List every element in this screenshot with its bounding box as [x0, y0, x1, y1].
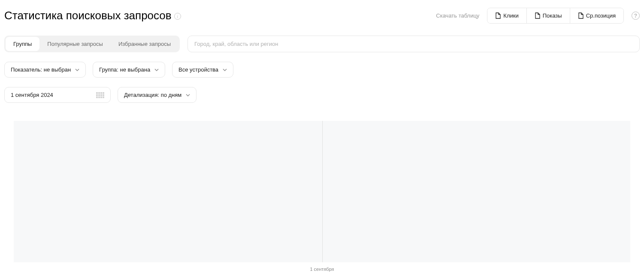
- chevron-down-icon: [223, 68, 227, 72]
- header-actions: Скачать таблицу Клики Показы: [436, 8, 640, 24]
- metric-select[interactable]: Показатель: не выбран: [4, 62, 86, 78]
- tab-popular[interactable]: Популярные запросы: [39, 37, 111, 51]
- calendar-icon: [96, 92, 104, 98]
- header-row: Статистика поисковых запросов i Скачать …: [4, 0, 640, 24]
- tab-groups[interactable]: Группы: [6, 37, 39, 51]
- chevron-down-icon: [186, 93, 190, 97]
- document-icon: [495, 12, 501, 19]
- title-wrap: Статистика поисковых запросов i: [4, 9, 181, 22]
- date-picker[interactable]: 1 сентября 2024: [4, 87, 111, 103]
- export-impressions-button[interactable]: Показы: [526, 8, 570, 23]
- detail-select-label: Детализация: по дням: [124, 92, 181, 98]
- detail-select[interactable]: Детализация: по дням: [118, 87, 197, 103]
- controls-row: Показатель: не выбран Группа: не выбрана…: [4, 62, 640, 78]
- export-clicks-label: Клики: [503, 12, 518, 19]
- document-icon: [578, 12, 584, 19]
- document-icon: [535, 12, 540, 19]
- export-avgposition-label: Ср.позиция: [586, 12, 616, 19]
- chart-area: 1 сентября: [4, 121, 640, 272]
- group-select[interactable]: Группа: не выбрана: [93, 62, 165, 78]
- date-picker-value: 1 сентября 2024: [11, 92, 53, 98]
- device-select-label: Все устройства: [178, 66, 218, 73]
- date-row: 1 сентября 2024 Детализация: по дням: [4, 87, 640, 103]
- chevron-down-icon: [154, 68, 159, 72]
- export-avgposition-button[interactable]: Ср.позиция: [570, 8, 623, 23]
- chart-body: [14, 121, 630, 262]
- info-icon[interactable]: i: [174, 13, 181, 20]
- export-button-group: Клики Показы Ср.позиция: [487, 8, 624, 24]
- region-search-input[interactable]: [187, 36, 640, 52]
- group-select-label: Группа: не выбрана: [99, 66, 150, 73]
- export-clicks-button[interactable]: Клики: [487, 8, 526, 23]
- chevron-down-icon: [75, 68, 79, 72]
- metric-select-label: Показатель: не выбран: [11, 66, 71, 73]
- help-icon[interactable]: ?: [632, 12, 640, 20]
- page-title: Статистика поисковых запросов: [4, 9, 172, 22]
- download-label: Скачать таблицу: [436, 12, 479, 19]
- tab-favorites[interactable]: Избранные запросы: [111, 37, 178, 51]
- chart-x-tick: 1 сентября: [14, 267, 630, 272]
- tab-segment: Группы Популярные запросы Избранные запр…: [4, 36, 180, 52]
- filters-row: Группы Популярные запросы Избранные запр…: [4, 36, 640, 52]
- export-impressions-label: Показы: [543, 12, 562, 19]
- device-select[interactable]: Все устройства: [172, 62, 233, 78]
